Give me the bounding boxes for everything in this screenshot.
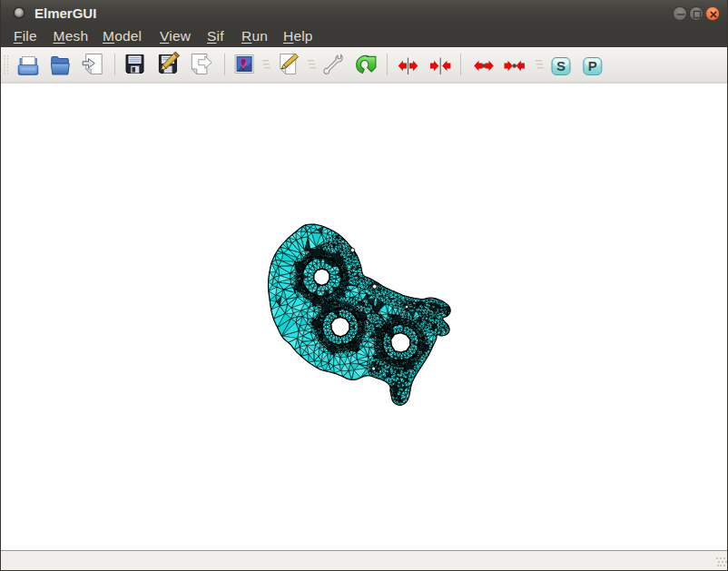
svg-text:P: P: [588, 58, 597, 74]
svg-text:S: S: [556, 58, 566, 74]
